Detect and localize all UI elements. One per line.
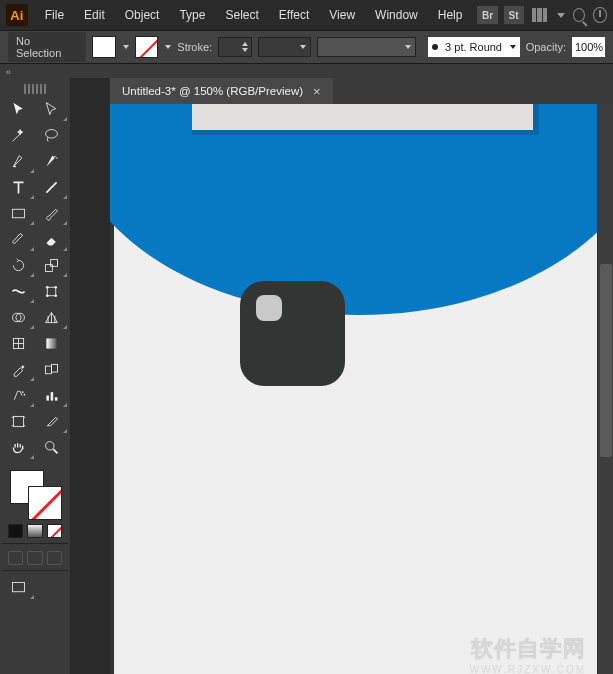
stock-button[interactable]: St [504,6,524,24]
opacity-input[interactable]: 100% [572,37,605,57]
direct-selection-tool[interactable] [35,96,68,122]
stroke-proxy[interactable] [28,486,62,520]
rotate-tool[interactable] [2,252,35,278]
bridge-button[interactable]: Br [477,6,497,24]
main-area: Untitled-3* @ 150% (RGB/Preview) × 软件自学网… [0,78,613,674]
stroke-weight-input[interactable] [218,37,252,57]
chevron-down-icon[interactable] [123,45,129,49]
draw-normal-button[interactable] [8,551,23,565]
vertical-scrollbar[interactable] [597,104,613,674]
search-icon[interactable] [573,8,585,22]
workspace-switcher[interactable] [532,8,549,22]
slice-tool[interactable] [35,408,68,434]
artwork-rounded-square [240,281,345,386]
mesh-tool[interactable] [2,330,35,356]
paintbrush-tool[interactable] [35,200,68,226]
symbol-sprayer-tool[interactable] [2,382,35,408]
svg-rect-19 [51,392,54,401]
type-tool[interactable] [2,174,35,200]
canvas[interactable]: 软件自学网 WWW.RJZXW.COM [110,104,613,674]
svg-point-9 [54,294,57,297]
svg-point-8 [46,294,49,297]
panel-chrome: « [0,64,613,78]
zoom-tool[interactable] [35,434,68,460]
width-tool[interactable] [2,278,35,304]
opacity-label: Opacity: [526,41,566,53]
panel-grip[interactable] [24,84,46,94]
collapse-arrows-icon[interactable]: « [4,65,13,77]
menu-bar: Ai File Edit Object Type Select Effect V… [0,0,613,30]
artboard-tool[interactable] [2,408,35,434]
app-logo[interactable]: Ai [6,4,28,26]
svg-rect-24 [13,582,25,591]
shaper-tool[interactable] [2,226,35,252]
svg-rect-13 [46,338,56,348]
free-transform-tool[interactable] [35,278,68,304]
var-width-profile-dropdown[interactable] [258,37,312,57]
scale-tool[interactable] [35,252,68,278]
stroke-label: Stroke: [177,41,212,53]
svg-rect-5 [47,287,56,296]
svg-point-6 [46,285,49,288]
svg-point-17 [24,393,26,395]
stroke-swatch[interactable] [135,36,159,58]
draw-behind-button[interactable] [27,551,42,565]
selection-tool[interactable] [2,96,35,122]
gradient-mode-button[interactable] [27,524,42,538]
menu-file[interactable]: File [36,4,73,26]
document-tab[interactable]: Untitled-3* @ 150% (RGB/Preview) × [110,78,333,104]
artwork-blue-band [110,104,613,315]
svg-point-16 [22,391,24,393]
menu-edit[interactable]: Edit [75,4,114,26]
menu-window[interactable]: Window [366,4,427,26]
document-tab-title: Untitled-3* @ 150% (RGB/Preview) [122,85,303,97]
lasso-tool[interactable] [35,122,68,148]
screen-mode-button[interactable] [2,574,35,600]
svg-rect-21 [13,416,23,426]
close-icon[interactable]: × [313,84,321,99]
app-root: Ai File Edit Object Type Select Effect V… [0,0,613,674]
none-mode-button[interactable] [47,524,62,538]
hand-tool[interactable] [2,434,35,460]
svg-rect-18 [46,395,49,400]
menu-select[interactable]: Select [216,4,267,26]
shape-builder-tool[interactable] [2,304,35,330]
draw-inside-button[interactable] [47,551,62,565]
watermark-line1: 软件自学网 [469,634,586,664]
eyedropper-tool[interactable] [2,356,35,382]
perspective-grid-tool[interactable] [35,304,68,330]
pen-tool[interactable] [2,148,35,174]
rectangle-tool[interactable] [2,200,35,226]
menu-help[interactable]: Help [429,4,472,26]
menu-type[interactable]: Type [170,4,214,26]
menu-object[interactable]: Object [116,4,169,26]
color-mode-button[interactable] [8,524,23,538]
watermark: 软件自学网 WWW.RJZXW.COM [469,634,586,674]
menu-view[interactable]: View [320,4,364,26]
svg-point-22 [46,441,55,450]
watermark-line2: WWW.RJZXW.COM [469,664,586,674]
bullet-icon [432,44,438,50]
magic-wand-tool[interactable] [2,122,35,148]
selection-indicator: No Selection [8,32,86,62]
gradient-tool[interactable] [35,330,68,356]
gpu-icon[interactable] [593,7,607,23]
menu-effect[interactable]: Effect [270,4,318,26]
column-graph-tool[interactable] [35,382,68,408]
fill-swatch[interactable] [92,36,116,58]
curvature-tool[interactable] [35,148,68,174]
panel-gap [70,78,110,674]
brush-definition-dropdown[interactable] [317,37,416,57]
artwork-highlight-dot [256,295,282,321]
fill-stroke-proxy[interactable] [2,466,68,522]
chevron-down-icon[interactable] [165,45,171,49]
edit-toolbar-button[interactable] [35,574,68,600]
blend-tool[interactable] [35,356,68,382]
brush-preset-dropdown[interactable]: 3 pt. Round [428,37,519,57]
svg-rect-4 [51,259,58,266]
scrollbar-thumb[interactable] [600,264,612,458]
artwork-inner-rect [192,104,539,135]
eraser-tool[interactable] [35,226,68,252]
line-segment-tool[interactable] [35,174,68,200]
svg-point-7 [54,285,57,288]
